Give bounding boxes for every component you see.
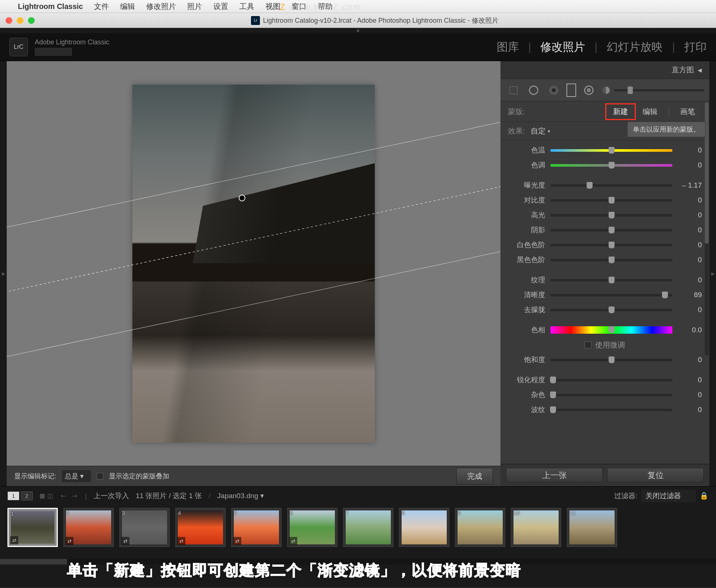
- redeye-tool-icon[interactable]: [546, 83, 561, 98]
- thumbnail-4[interactable]: 4⇄: [175, 508, 226, 547]
- finetune-checkbox[interactable]: [585, 342, 591, 348]
- view-primary[interactable]: 1: [7, 491, 19, 500]
- thumbnail-7[interactable]: 7: [343, 508, 393, 547]
- menu-edit[interactable]: 编辑: [120, 1, 135, 12]
- histogram-header[interactable]: 直方图◀: [500, 61, 709, 79]
- slider-锐化程度[interactable]: 锐化程度0: [500, 372, 709, 387]
- menu-view[interactable]: 视图: [266, 1, 280, 12]
- menu-file[interactable]: 文件: [94, 1, 109, 12]
- view-secondary[interactable]: 2: [21, 491, 33, 500]
- photo-canvas[interactable]: [7, 61, 500, 466]
- thumbnail-3[interactable]: 3⇄: [119, 508, 170, 547]
- minimize-icon[interactable]: [17, 17, 23, 24]
- slider-value[interactable]: 0: [678, 391, 702, 399]
- expand-left-icon[interactable]: ▶: [0, 61, 7, 486]
- crop-tool-icon[interactable]: [506, 83, 521, 98]
- slider-track[interactable]: [550, 379, 672, 381]
- menu-photo[interactable]: 照片: [187, 1, 202, 12]
- thumbnail-1[interactable]: 1⇄: [7, 508, 58, 547]
- slider-track[interactable]: [550, 229, 672, 232]
- slider-纹理[interactable]: 纹理0: [500, 273, 709, 287]
- slider-value[interactable]: 0: [678, 406, 702, 414]
- filter-lock-icon[interactable]: 🔒: [700, 491, 709, 500]
- slider-track[interactable]: [550, 184, 672, 187]
- slider-value[interactable]: 0: [678, 276, 702, 284]
- slider-track[interactable]: [550, 394, 672, 396]
- module-develop[interactable]: 修改照片: [540, 40, 585, 55]
- slider-曝光度[interactable]: 曝光度– 1.17: [500, 178, 709, 193]
- slider-value[interactable]: 0: [678, 306, 702, 314]
- close-icon[interactable]: [6, 17, 12, 24]
- slider-杂色[interactable]: 杂色0: [500, 387, 709, 402]
- thumbnail-9[interactable]: 9: [455, 508, 505, 547]
- slider-去朦胧[interactable]: 去朦胧0: [500, 302, 709, 317]
- slider-白色色阶[interactable]: 白色色阶0: [500, 238, 709, 252]
- slider-track[interactable]: [550, 359, 672, 361]
- module-print[interactable]: 打印: [684, 40, 707, 55]
- slider-track[interactable]: [550, 244, 672, 246]
- grid-view-icon[interactable]: ▦: [40, 492, 45, 499]
- mask-new-button[interactable]: 新建: [605, 103, 636, 120]
- slider-value[interactable]: 0: [678, 226, 702, 234]
- slider-对比度[interactable]: 对比度0: [500, 193, 709, 208]
- slider-track[interactable]: [550, 309, 672, 311]
- reset-button[interactable]: 复位: [607, 468, 704, 482]
- tool-amount-slider[interactable]: [602, 86, 704, 95]
- slider-高光[interactable]: 高光0: [500, 208, 709, 223]
- slider-饱和度[interactable]: 饱和度0: [500, 352, 709, 367]
- slider-track[interactable]: [550, 279, 672, 282]
- zoom-icon[interactable]: [28, 17, 35, 24]
- slider-波纹[interactable]: 波纹0: [500, 402, 709, 417]
- menu-app[interactable]: Lightroom Classic: [18, 2, 83, 11]
- filename[interactable]: Japan03.dng ▾: [217, 491, 264, 500]
- nav-back-icon[interactable]: ←: [60, 491, 67, 500]
- slider-色调[interactable]: 色调0: [500, 158, 709, 173]
- slider-清晰度[interactable]: 清晰度89: [500, 287, 709, 302]
- mask-brush-button[interactable]: 画笔: [673, 104, 702, 119]
- done-button[interactable]: 完成: [456, 468, 493, 485]
- slider-value[interactable]: 0: [678, 241, 702, 249]
- slider-value[interactable]: 0: [678, 196, 702, 204]
- menu-settings[interactable]: 设置: [213, 1, 228, 12]
- slider-value[interactable]: 0: [678, 356, 702, 364]
- thumbnail-2[interactable]: 2⇄: [63, 508, 114, 547]
- previous-button[interactable]: 上一张: [506, 468, 603, 482]
- slider-track[interactable]: [550, 259, 672, 261]
- menu-develop[interactable]: 修改照片: [146, 1, 176, 12]
- radial-tool-icon[interactable]: [581, 83, 596, 98]
- slider-track[interactable]: [550, 199, 672, 202]
- compare-view-icon[interactable]: ◫: [47, 492, 53, 499]
- slider-阴影[interactable]: 阴影0: [500, 223, 709, 238]
- filter-select[interactable]: 关闭过滤器: [641, 490, 696, 502]
- filmstrip[interactable]: 1⇄2⇄3⇄4⇄5⇄6⇄7891011: [0, 505, 716, 559]
- slider-track[interactable]: [550, 164, 672, 167]
- slider-track[interactable]: [550, 214, 672, 217]
- thumbnail-11[interactable]: 11: [567, 508, 617, 547]
- slider-色温[interactable]: 色温0: [500, 143, 709, 158]
- slider-value[interactable]: 89: [678, 291, 702, 299]
- slider-track[interactable]: [550, 149, 672, 152]
- show-pins-select[interactable]: 总是 ▾: [62, 470, 91, 482]
- slider-value[interactable]: 0: [678, 146, 702, 154]
- effect-dropdown[interactable]: 自定 ▾: [531, 126, 550, 136]
- menu-tools[interactable]: 工具: [239, 1, 254, 12]
- slider-track[interactable]: [550, 409, 672, 411]
- thumbnail-10[interactable]: 10: [511, 508, 561, 547]
- slider-value[interactable]: 0: [678, 161, 702, 169]
- slider-黑色色阶[interactable]: 黑色色阶0: [500, 252, 709, 267]
- module-slideshow[interactable]: 幻灯片放映: [607, 40, 663, 55]
- expand-right-icon[interactable]: ▶: [709, 61, 716, 486]
- slider-value[interactable]: 0: [678, 376, 702, 384]
- collapse-top-icon[interactable]: ▲: [0, 28, 716, 33]
- thumbnail-5[interactable]: 5⇄: [231, 508, 282, 547]
- panel-scrollbar[interactable]: [705, 102, 709, 356]
- thumbnail-6[interactable]: 6⇄: [287, 508, 337, 547]
- slider-track[interactable]: [550, 326, 672, 334]
- spot-tool-icon[interactable]: [526, 83, 541, 98]
- mask-edit-button[interactable]: 编辑: [636, 104, 664, 119]
- slider-value[interactable]: – 1.17: [678, 181, 702, 189]
- module-library[interactable]: 图库: [497, 40, 519, 55]
- overlay-checkbox[interactable]: [97, 473, 103, 479]
- slider-value[interactable]: 0: [678, 211, 702, 219]
- gradient-tool-icon[interactable]: [566, 84, 576, 97]
